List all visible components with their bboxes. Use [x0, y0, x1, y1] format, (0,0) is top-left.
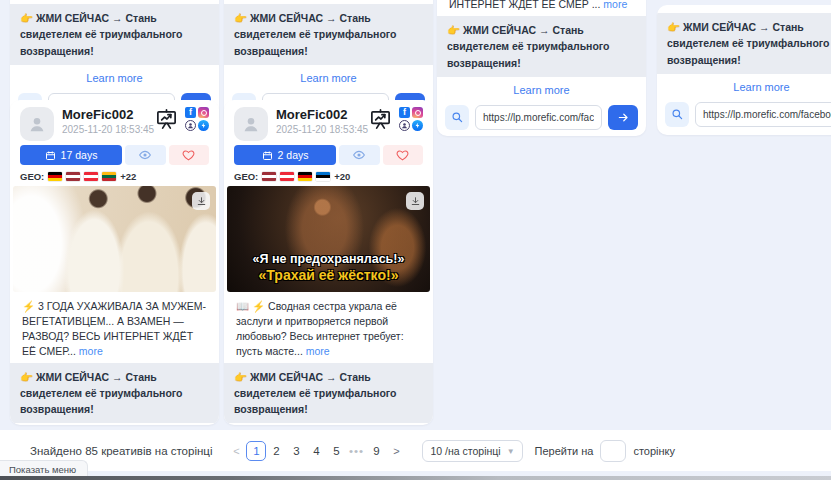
learn-more-link[interactable]: Learn more — [437, 77, 646, 99]
open-url-button[interactable] — [608, 105, 638, 130]
creative-datetime: 2025-11-20 18:53:45 — [62, 124, 155, 135]
advertiser-meta: MoreFic002 2025-11-20 18:53:45 — [62, 107, 155, 135]
instagram-icon[interactable] — [412, 107, 423, 118]
geo-flag-estonia — [316, 172, 330, 181]
overlay-line-2: «Трахай её жёстко!» — [227, 267, 430, 283]
ad-headline-band: 👉 ЖМИ СЕЙЧАС → Стань свидетелем её триум… — [437, 16, 646, 77]
search-button[interactable] — [665, 102, 689, 127]
pager-controls: Знайдено 85 креативів на сторінці < 1 2 … — [30, 440, 675, 462]
image-text-overlay: «Я не предохранялась!» «Трахай её жёстко… — [227, 252, 430, 283]
geo-label: GEO: — [234, 171, 258, 182]
advertiser-name[interactable]: MoreFic002 — [276, 107, 369, 123]
ad-headline-band: 👉 ЖМИ СЕЙЧАС → Стань свидетелем её триум… — [10, 4, 219, 65]
favorite-button[interactable] — [383, 145, 424, 165]
description-more-link[interactable]: more — [306, 345, 330, 357]
views-button[interactable] — [125, 145, 166, 165]
page-button-2[interactable]: 2 — [266, 441, 286, 461]
ad-headline-band: 👉 ЖМИ СЕЙЧАС → Стань свидетелем её триум… — [10, 363, 219, 424]
eye-icon — [352, 149, 366, 161]
page-button-9[interactable]: 9 — [366, 441, 386, 461]
advertiser-avatar[interactable] — [20, 107, 54, 141]
geo-flag-lithuania — [102, 172, 116, 181]
ad-headline-text: 👉 ЖМИ СЕЙЧАС → Стань свидетелем её триум… — [234, 371, 397, 416]
page-button-5[interactable]: 5 — [326, 441, 346, 461]
prev-page-button[interactable]: < — [226, 445, 246, 457]
person-badge-icon — [401, 122, 408, 129]
presentation-chart-icon[interactable] — [369, 108, 392, 131]
geo-extra-count[interactable]: +22 — [120, 171, 136, 182]
advertiser-profile-row: MoreFic002 2025-11-20 18:53:45 f — [224, 100, 433, 142]
advertiser-meta: MoreFic002 2025-11-20 18:53:45 — [276, 107, 369, 135]
landing-url-input[interactable] — [475, 105, 602, 130]
audience-profile-icon[interactable] — [185, 120, 196, 131]
learn-more-link[interactable]: Learn more — [657, 74, 831, 96]
show-menu-button[interactable]: Показать меню — [0, 460, 88, 477]
search-icon — [451, 111, 464, 124]
geo-flag-latvia — [66, 172, 80, 181]
page-button-1[interactable]: 1 — [246, 441, 266, 461]
ad-spy-creatives-page: { "colors": { "primary_blue": "#2f6beb",… — [0, 0, 831, 480]
geo-label: GEO: — [20, 171, 44, 182]
learn-more-link[interactable]: Learn more — [10, 423, 219, 425]
ad-headline-text: 👉 ЖМИ СЕЙЧАС → Стань свидетелем её триум… — [20, 12, 183, 57]
geo-flag-austria — [280, 172, 294, 181]
facebook-icon[interactable]: f — [185, 107, 196, 118]
presentation-chart-icon[interactable] — [155, 108, 178, 131]
page-size-value: 10 /на сторінці — [430, 445, 500, 457]
learn-more-link[interactable]: Learn more — [224, 65, 433, 87]
geo-row: GEO: +20 — [224, 167, 433, 184]
learn-more-link[interactable]: Learn more — [224, 423, 433, 425]
cut-off-description: ИНТЕРНЕТ ЖДЕТ ЕЁ СМЕР ... more — [437, 0, 646, 16]
page-ellipsis[interactable]: ••• — [346, 441, 366, 461]
landing-url-input[interactable] — [695, 102, 831, 127]
creative-description: 📖 ⚡ Сводная сестра украла её заслуги и п… — [224, 292, 433, 363]
page-button-3[interactable]: 3 — [286, 441, 306, 461]
instagram-icon[interactable] — [198, 107, 209, 118]
messenger-icon[interactable] — [198, 120, 209, 131]
landing-url-row — [437, 99, 646, 136]
social-networks-grid: f — [399, 107, 423, 131]
advertiser-avatar[interactable] — [234, 107, 268, 141]
ad-headline-band: 👉 ЖМИ СЕЙЧАС → Стань свидетелем её триум… — [657, 13, 831, 74]
download-icon — [410, 196, 421, 207]
search-button[interactable] — [445, 105, 469, 130]
learn-more-link[interactable]: Learn more — [10, 65, 219, 87]
profile-icons: f — [369, 107, 423, 131]
audience-profile-icon[interactable] — [399, 120, 410, 131]
description-more-link[interactable]: more — [79, 345, 103, 357]
geo-flag-germany — [298, 172, 312, 181]
download-image-button[interactable] — [192, 192, 210, 210]
ad-headline-text: 👉 ЖМИ СЕЙЧАС → Стань свидетелем её триум… — [667, 21, 830, 66]
geo-flag-germany — [48, 172, 62, 181]
facebook-icon[interactable]: f — [399, 107, 410, 118]
person-icon — [241, 114, 261, 134]
creative-badges-row: 2 days — [224, 142, 433, 167]
profile-icons: f — [155, 107, 209, 131]
goto-label: Перейти на — [535, 445, 594, 457]
page-button-4[interactable]: 4 — [306, 441, 326, 461]
active-days-badge[interactable]: 2 days — [234, 145, 336, 165]
goto-page-group: Перейти насторінку — [535, 440, 675, 462]
overlay-line-1: «Я не предохранялась!» — [227, 252, 430, 266]
creative-card-2: MoreFic002 2025-11-20 18:53:45 f 2 days … — [224, 100, 433, 425]
calendar-icon — [262, 150, 273, 161]
goto-suffix: сторінку — [633, 445, 675, 457]
geo-extra-count[interactable]: +20 — [334, 171, 350, 182]
favorite-button[interactable] — [169, 145, 210, 165]
advertiser-name[interactable]: MoreFic002 — [62, 107, 155, 123]
pagination-bar: Знайдено 85 креативів на сторінці < 1 2 … — [0, 430, 831, 471]
active-days-badge[interactable]: 17 days — [20, 145, 122, 165]
download-image-button[interactable] — [406, 192, 424, 210]
creative-image-wet-glass-scene[interactable]: «Я не предохранялась!» «Трахай её жёстко… — [227, 186, 430, 292]
next-page-button[interactable]: > — [386, 445, 406, 457]
social-networks-grid: f — [185, 107, 209, 131]
views-button[interactable] — [339, 145, 380, 165]
messenger-icon[interactable] — [412, 120, 423, 131]
heart-icon — [396, 149, 409, 161]
description-more-link[interactable]: more — [603, 0, 627, 10]
creative-image-wedding-scene[interactable] — [13, 186, 216, 292]
goto-page-input[interactable] — [600, 440, 626, 462]
creative-description: ⚡ 3 ГОДА УХАЖИВАЛА ЗА МУЖЕМ-ВЕГЕТАТИВЦЕМ… — [10, 292, 219, 363]
page-size-select[interactable]: 10 /на сторінці ▼ — [422, 440, 522, 462]
cut-off-content — [10, 0, 219, 4]
